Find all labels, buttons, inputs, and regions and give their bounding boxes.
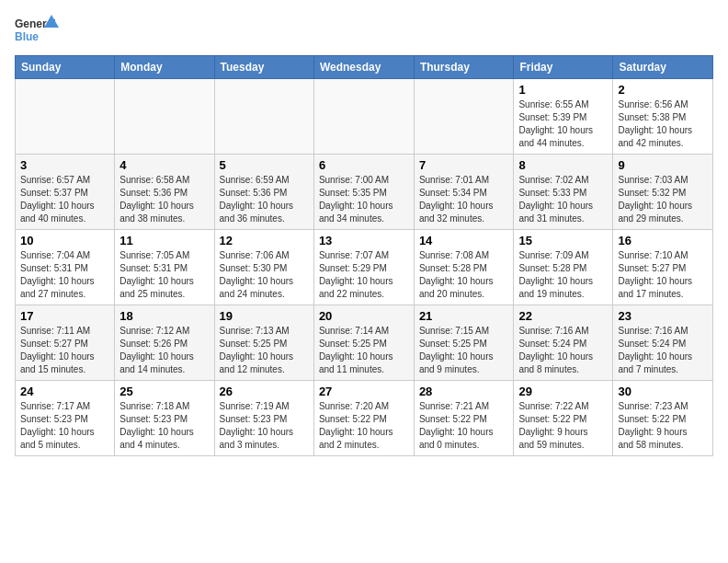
- calendar-cell: 16Sunrise: 7:10 AM Sunset: 5:27 PM Dayli…: [613, 230, 713, 305]
- calendar-cell: 22Sunrise: 7:16 AM Sunset: 5:24 PM Dayli…: [514, 305, 613, 381]
- cell-day-number: 1: [518, 83, 608, 97]
- calendar-cell: [16, 79, 115, 155]
- cell-day-number: 30: [618, 385, 708, 398]
- cell-day-number: 2: [618, 83, 708, 97]
- calendar-cell: 6Sunrise: 7:00 AM Sunset: 5:35 PM Daylig…: [313, 155, 414, 230]
- cell-day-number: 22: [518, 309, 608, 323]
- calendar-cell: 26Sunrise: 7:19 AM Sunset: 5:23 PM Dayli…: [214, 381, 313, 456]
- calendar-cell: 29Sunrise: 7:22 AM Sunset: 5:22 PM Dayli…: [514, 381, 613, 456]
- calendar-cell: 25Sunrise: 7:18 AM Sunset: 5:23 PM Dayli…: [115, 381, 214, 456]
- calendar-cell: 13Sunrise: 7:07 AM Sunset: 5:29 PM Dayli…: [313, 230, 414, 305]
- cell-day-number: 15: [518, 234, 608, 247]
- calendar-cell: [313, 79, 414, 155]
- cell-sun-info: Sunrise: 7:02 AM Sunset: 5:33 PM Dayligh…: [518, 174, 608, 225]
- cell-sun-info: Sunrise: 7:20 AM Sunset: 5:22 PM Dayligh…: [319, 400, 409, 452]
- calendar-cell: 8Sunrise: 7:02 AM Sunset: 5:33 PM Daylig…: [514, 155, 613, 230]
- cell-day-number: 4: [119, 158, 209, 172]
- calendar-cell: 4Sunrise: 6:58 AM Sunset: 5:36 PM Daylig…: [115, 155, 214, 230]
- cell-day-number: 7: [419, 158, 509, 172]
- cell-day-number: 20: [319, 309, 409, 323]
- cell-sun-info: Sunrise: 7:21 AM Sunset: 5:22 PM Dayligh…: [419, 400, 509, 452]
- cell-day-number: 27: [319, 385, 409, 398]
- calendar-cell: 21Sunrise: 7:15 AM Sunset: 5:25 PM Dayli…: [414, 305, 514, 381]
- calendar-cell: 30Sunrise: 7:23 AM Sunset: 5:22 PM Dayli…: [613, 381, 713, 456]
- cell-day-number: 23: [618, 309, 708, 323]
- cell-sun-info: Sunrise: 7:19 AM Sunset: 5:23 PM Dayligh…: [220, 400, 309, 452]
- calendar-cell: [115, 79, 214, 155]
- cell-day-number: 6: [319, 158, 409, 172]
- cell-day-number: 13: [319, 234, 409, 247]
- cell-day-number: 29: [518, 385, 608, 398]
- calendar-cell: 12Sunrise: 7:06 AM Sunset: 5:30 PM Dayli…: [214, 230, 313, 305]
- calendar-week-2: 3Sunrise: 6:57 AM Sunset: 5:37 PM Daylig…: [16, 155, 713, 230]
- cell-sun-info: Sunrise: 7:04 AM Sunset: 5:31 PM Dayligh…: [20, 249, 109, 301]
- calendar-cell: 3Sunrise: 6:57 AM Sunset: 5:37 PM Daylig…: [16, 155, 115, 230]
- weekday-header-tuesday: Tuesday: [214, 56, 313, 79]
- cell-sun-info: Sunrise: 6:58 AM Sunset: 5:36 PM Dayligh…: [119, 174, 209, 225]
- calendar-cell: 20Sunrise: 7:14 AM Sunset: 5:25 PM Dayli…: [313, 305, 414, 381]
- cell-sun-info: Sunrise: 7:18 AM Sunset: 5:23 PM Dayligh…: [119, 400, 209, 452]
- cell-day-number: 19: [220, 309, 309, 323]
- logo: General Blue: [15, 15, 61, 48]
- weekday-header-thursday: Thursday: [414, 56, 514, 79]
- cell-day-number: 16: [618, 234, 708, 247]
- cell-day-number: 17: [20, 309, 109, 323]
- cell-sun-info: Sunrise: 6:57 AM Sunset: 5:37 PM Dayligh…: [20, 174, 109, 225]
- calendar-week-5: 24Sunrise: 7:17 AM Sunset: 5:23 PM Dayli…: [16, 381, 713, 456]
- svg-text:Blue: Blue: [15, 30, 39, 43]
- cell-sun-info: Sunrise: 7:05 AM Sunset: 5:31 PM Dayligh…: [119, 249, 209, 301]
- cell-sun-info: Sunrise: 7:09 AM Sunset: 5:28 PM Dayligh…: [518, 249, 608, 301]
- calendar-cell: 1Sunrise: 6:55 AM Sunset: 5:39 PM Daylig…: [514, 79, 613, 155]
- cell-sun-info: Sunrise: 7:08 AM Sunset: 5:28 PM Dayligh…: [419, 249, 509, 301]
- cell-sun-info: Sunrise: 6:59 AM Sunset: 5:36 PM Dayligh…: [220, 174, 309, 225]
- calendar-cell: 17Sunrise: 7:11 AM Sunset: 5:27 PM Dayli…: [16, 305, 115, 381]
- cell-sun-info: Sunrise: 7:06 AM Sunset: 5:30 PM Dayligh…: [220, 249, 309, 301]
- cell-sun-info: Sunrise: 7:13 AM Sunset: 5:25 PM Dayligh…: [220, 325, 309, 376]
- calendar-cell: 24Sunrise: 7:17 AM Sunset: 5:23 PM Dayli…: [16, 381, 115, 456]
- page-header: General Blue: [15, 15, 713, 48]
- cell-day-number: 10: [20, 234, 109, 247]
- calendar-week-1: 1Sunrise: 6:55 AM Sunset: 5:39 PM Daylig…: [16, 79, 713, 155]
- weekday-header-sunday: Sunday: [16, 56, 115, 79]
- cell-sun-info: Sunrise: 7:16 AM Sunset: 5:24 PM Dayligh…: [518, 325, 608, 376]
- cell-sun-info: Sunrise: 6:55 AM Sunset: 5:39 PM Dayligh…: [518, 98, 608, 150]
- cell-sun-info: Sunrise: 7:10 AM Sunset: 5:27 PM Dayligh…: [618, 249, 708, 301]
- cell-sun-info: Sunrise: 7:11 AM Sunset: 5:27 PM Dayligh…: [20, 325, 109, 376]
- calendar-cell: 19Sunrise: 7:13 AM Sunset: 5:25 PM Dayli…: [214, 305, 313, 381]
- calendar-header: SundayMondayTuesdayWednesdayThursdayFrid…: [16, 56, 713, 79]
- cell-day-number: 3: [20, 158, 109, 172]
- calendar-cell: 9Sunrise: 7:03 AM Sunset: 5:32 PM Daylig…: [613, 155, 713, 230]
- cell-sun-info: Sunrise: 7:17 AM Sunset: 5:23 PM Dayligh…: [20, 400, 109, 452]
- cell-day-number: 25: [119, 385, 209, 398]
- calendar-cell: 14Sunrise: 7:08 AM Sunset: 5:28 PM Dayli…: [414, 230, 514, 305]
- cell-day-number: 28: [419, 385, 509, 398]
- cell-day-number: 14: [419, 234, 509, 247]
- calendar-cell: 28Sunrise: 7:21 AM Sunset: 5:22 PM Dayli…: [414, 381, 514, 456]
- cell-sun-info: Sunrise: 7:15 AM Sunset: 5:25 PM Dayligh…: [419, 325, 509, 376]
- weekday-header-wednesday: Wednesday: [313, 56, 414, 79]
- cell-sun-info: Sunrise: 7:07 AM Sunset: 5:29 PM Dayligh…: [319, 249, 409, 301]
- calendar-cell: [414, 79, 514, 155]
- cell-sun-info: Sunrise: 7:14 AM Sunset: 5:25 PM Dayligh…: [319, 325, 409, 376]
- weekday-header-monday: Monday: [115, 56, 214, 79]
- calendar-cell: 7Sunrise: 7:01 AM Sunset: 5:34 PM Daylig…: [414, 155, 514, 230]
- cell-day-number: 8: [518, 158, 608, 172]
- calendar-week-3: 10Sunrise: 7:04 AM Sunset: 5:31 PM Dayli…: [16, 230, 713, 305]
- cell-day-number: 9: [618, 158, 708, 172]
- calendar-body: 1Sunrise: 6:55 AM Sunset: 5:39 PM Daylig…: [16, 79, 713, 456]
- cell-day-number: 24: [20, 385, 109, 398]
- calendar-week-4: 17Sunrise: 7:11 AM Sunset: 5:27 PM Dayli…: [16, 305, 713, 381]
- cell-day-number: 18: [119, 309, 209, 323]
- cell-sun-info: Sunrise: 7:22 AM Sunset: 5:22 PM Dayligh…: [518, 400, 608, 452]
- cell-sun-info: Sunrise: 7:16 AM Sunset: 5:24 PM Dayligh…: [618, 325, 708, 376]
- calendar-cell: 15Sunrise: 7:09 AM Sunset: 5:28 PM Dayli…: [514, 230, 613, 305]
- cell-day-number: 26: [220, 385, 309, 398]
- weekday-header-saturday: Saturday: [613, 56, 713, 79]
- cell-sun-info: Sunrise: 7:01 AM Sunset: 5:34 PM Dayligh…: [419, 174, 509, 225]
- cell-day-number: 11: [119, 234, 209, 247]
- weekday-row: SundayMondayTuesdayWednesdayThursdayFrid…: [16, 56, 713, 79]
- cell-sun-info: Sunrise: 7:12 AM Sunset: 5:26 PM Dayligh…: [119, 325, 209, 376]
- calendar-cell: 10Sunrise: 7:04 AM Sunset: 5:31 PM Dayli…: [16, 230, 115, 305]
- cell-sun-info: Sunrise: 7:23 AM Sunset: 5:22 PM Dayligh…: [618, 400, 708, 452]
- cell-day-number: 21: [419, 309, 509, 323]
